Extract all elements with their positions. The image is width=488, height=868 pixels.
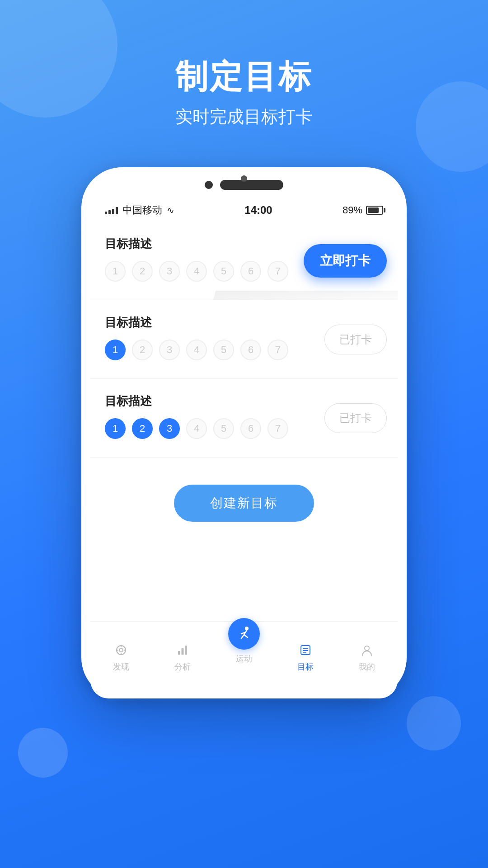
wifi-icon: ∿ xyxy=(167,205,174,216)
signal-icon xyxy=(105,206,118,214)
svg-rect-7 xyxy=(182,648,184,655)
discover-icon xyxy=(115,644,127,660)
goal-item-3: 目标描述 1 2 3 4 5 6 7 已打卡 xyxy=(90,379,398,458)
tab-sport[interactable]: 运动 xyxy=(213,618,275,664)
checkin-button-1[interactable]: 立即打卡 xyxy=(304,244,387,278)
carrier-name: 中国移动 xyxy=(122,203,162,217)
day-3-goal-1: 3 xyxy=(159,261,180,282)
day-1-goal-1: 1 xyxy=(105,261,126,282)
tab-bar: 发现 分析 xyxy=(90,621,398,680)
day-1-goal-2: 1 xyxy=(105,340,126,360)
day-2-goal-3: 2 xyxy=(132,418,153,439)
screen-bottom-space xyxy=(90,540,398,621)
signal-bar-1 xyxy=(105,212,107,214)
phone-dot-sensor xyxy=(241,175,247,182)
sub-title: 实时完成目标打卡 xyxy=(0,105,488,128)
tab-goal-label: 目标 xyxy=(297,661,314,672)
tab-goal[interactable]: 目标 xyxy=(275,644,336,672)
battery-fill xyxy=(368,208,379,213)
phone-outer: 中国移动 ∿ 14:00 89% 目标描述 1 xyxy=(81,167,407,698)
day-7-goal-2: 7 xyxy=(267,340,288,360)
status-left: 中国移动 ∿ xyxy=(105,203,174,217)
status-right: 89% xyxy=(343,204,383,216)
day-2-goal-1: 2 xyxy=(132,261,153,282)
day-5-goal-1: 5 xyxy=(213,261,234,282)
battery-icon xyxy=(366,206,383,215)
day-5-goal-2: 5 xyxy=(213,340,234,360)
status-time: 14:00 xyxy=(244,204,272,217)
main-title: 制定目标 xyxy=(0,59,488,94)
create-goal-section: 创建新目标 xyxy=(90,458,398,540)
phone-screen: 中国移动 ∿ 14:00 89% 目标描述 1 xyxy=(90,197,398,680)
tab-analysis[interactable]: 分析 xyxy=(152,644,213,672)
tab-sport-label: 运动 xyxy=(236,653,252,664)
signal-bar-4 xyxy=(116,207,118,214)
screen-content: 目标描述 1 2 3 4 5 6 7 立即打卡 目标描述 xyxy=(90,222,398,621)
day-3-goal-3: 3 xyxy=(159,418,180,439)
day-6-goal-2: 6 xyxy=(240,340,261,360)
day-1-goal-3: 1 xyxy=(105,418,126,439)
day-6-goal-1: 6 xyxy=(240,261,261,282)
phone-camera xyxy=(205,181,213,189)
checked-button-2[interactable]: 已打卡 xyxy=(324,325,387,354)
checked-button-3[interactable]: 已打卡 xyxy=(324,403,387,433)
day-4-goal-2: 4 xyxy=(186,340,207,360)
day-4-goal-3: 4 xyxy=(186,418,207,439)
tab-mine[interactable]: 我的 xyxy=(336,644,398,672)
tab-mine-label: 我的 xyxy=(359,661,375,672)
phone-bottom xyxy=(90,680,398,698)
goal-icon xyxy=(299,644,312,660)
tab-discover[interactable]: 发现 xyxy=(90,644,152,672)
goal-item-2: 目标描述 1 2 3 4 5 6 7 已打卡 xyxy=(90,300,398,379)
phone-mockup: 中国移动 ∿ 14:00 89% 目标描述 1 xyxy=(81,167,407,698)
mine-icon xyxy=(361,644,373,660)
signal-bar-3 xyxy=(112,209,114,214)
analysis-icon xyxy=(176,644,189,660)
day-3-goal-2: 3 xyxy=(159,340,180,360)
day-7-goal-3: 7 xyxy=(267,418,288,439)
tab-analysis-label: 分析 xyxy=(174,661,191,672)
status-bar: 中国移动 ∿ 14:00 89% xyxy=(90,197,398,222)
goal-item-1: 目标描述 1 2 3 4 5 6 7 立即打卡 xyxy=(90,222,398,300)
day-6-goal-3: 6 xyxy=(240,418,261,439)
battery-percent: 89% xyxy=(343,204,362,216)
svg-point-1 xyxy=(119,648,123,652)
bg-decoration-circle-3 xyxy=(407,696,461,750)
bg-decoration-circle-4 xyxy=(18,728,68,778)
phone-speaker xyxy=(220,180,283,190)
day-2-goal-2: 2 xyxy=(132,340,153,360)
svg-point-18 xyxy=(365,646,369,651)
day-7-goal-1: 7 xyxy=(267,261,288,282)
svg-rect-6 xyxy=(178,651,180,655)
signal-bar-2 xyxy=(108,210,111,214)
svg-line-11 xyxy=(241,635,244,638)
create-goal-button[interactable]: 创建新目标 xyxy=(174,485,314,522)
header-section: 制定目标 实时完成目标打卡 xyxy=(0,0,488,128)
day-5-goal-3: 5 xyxy=(213,418,234,439)
svg-rect-8 xyxy=(185,646,187,655)
sport-icon xyxy=(228,618,260,650)
day-4-goal-1: 4 xyxy=(186,261,207,282)
phone-top-bar xyxy=(90,180,398,190)
tab-discover-label: 发现 xyxy=(113,661,129,672)
svg-line-12 xyxy=(244,635,248,637)
